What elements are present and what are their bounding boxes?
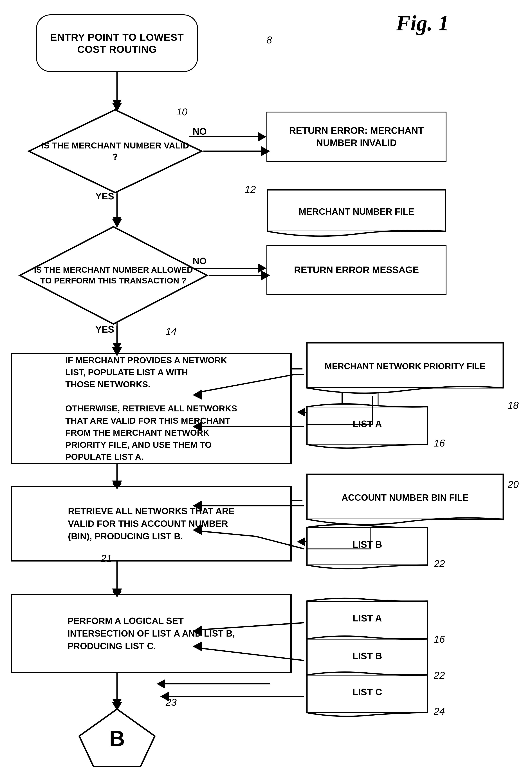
svg-marker-9 bbox=[258, 264, 267, 273]
label-22-second: 22 bbox=[434, 670, 445, 681]
connector-b: B bbox=[78, 707, 157, 769]
svg-marker-35 bbox=[157, 679, 165, 688]
label-23: 23 bbox=[165, 696, 177, 708]
error-merchant-invalid: RETURN ERROR: MERCHANT NUMBER INVALID bbox=[267, 111, 446, 162]
list-b-first: LIST B bbox=[306, 522, 429, 572]
yes-label-d1: YES bbox=[95, 191, 114, 202]
figure-title: Fig. 1 bbox=[396, 11, 449, 36]
label-16-first: 16 bbox=[434, 437, 445, 449]
yes-label-d2: YES bbox=[95, 324, 114, 335]
merchant-number-file: MERCHANT NUMBER FILE bbox=[267, 189, 446, 239]
proc-list-intersection: PERFORM A LOGICAL SET INTERSECTION OF LI… bbox=[11, 594, 292, 673]
start-node: ENTRY POINT TO LOWEST COST ROUTING bbox=[36, 14, 198, 72]
label-18: 18 bbox=[508, 399, 519, 411]
diagram-container: Fig. 1 8 ENTRY POINT TO LOWEST COST ROUT… bbox=[0, 0, 532, 780]
label-20: 20 bbox=[508, 479, 519, 490]
svg-text:B: B bbox=[109, 726, 125, 750]
svg-marker-23 bbox=[297, 537, 305, 546]
svg-marker-14 bbox=[297, 408, 305, 417]
label-10: 10 bbox=[177, 106, 187, 118]
label-8: 8 bbox=[267, 34, 272, 46]
error-return-message: RETURN ERROR MESSAGE bbox=[267, 245, 446, 295]
svg-marker-5 bbox=[258, 132, 267, 141]
label-14: 14 bbox=[165, 326, 177, 337]
no-label-d2: NO bbox=[193, 255, 207, 266]
label-12: 12 bbox=[245, 184, 256, 195]
list-c: LIST C bbox=[306, 670, 429, 720]
diamond-merchant-allowed: IS THE MERCHANT NUMBER ALLOWED TO PERFOR… bbox=[18, 225, 209, 326]
svg-marker-1 bbox=[112, 100, 122, 108]
label-16-second: 16 bbox=[434, 634, 445, 645]
label-21: 21 bbox=[101, 552, 112, 564]
svg-marker-3 bbox=[112, 217, 122, 225]
svg-marker-33 bbox=[112, 699, 122, 707]
diamond-merchant-valid: IS THE MERCHANT NUMBER VALID ? bbox=[27, 108, 203, 194]
label-24: 24 bbox=[434, 705, 445, 717]
label-22-first: 22 bbox=[434, 558, 445, 570]
list-a-first: LIST A bbox=[306, 401, 429, 452]
svg-marker-7 bbox=[112, 343, 122, 351]
proc-populate-list-a: IF MERCHANT PROVIDES A NETWORK LIST, POP… bbox=[11, 353, 292, 464]
proc-retrieve-list-b: RETRIEVE ALL NETWORKS THAT ARE VALID FOR… bbox=[11, 486, 292, 562]
no-label-d1: NO bbox=[193, 126, 207, 137]
merchant-network-priority-file: MERCHANT NETWORK PRIORITY FILE bbox=[306, 342, 504, 396]
account-number-bin-file: ACCOUNT NUMBER BIN FILE bbox=[306, 473, 504, 527]
